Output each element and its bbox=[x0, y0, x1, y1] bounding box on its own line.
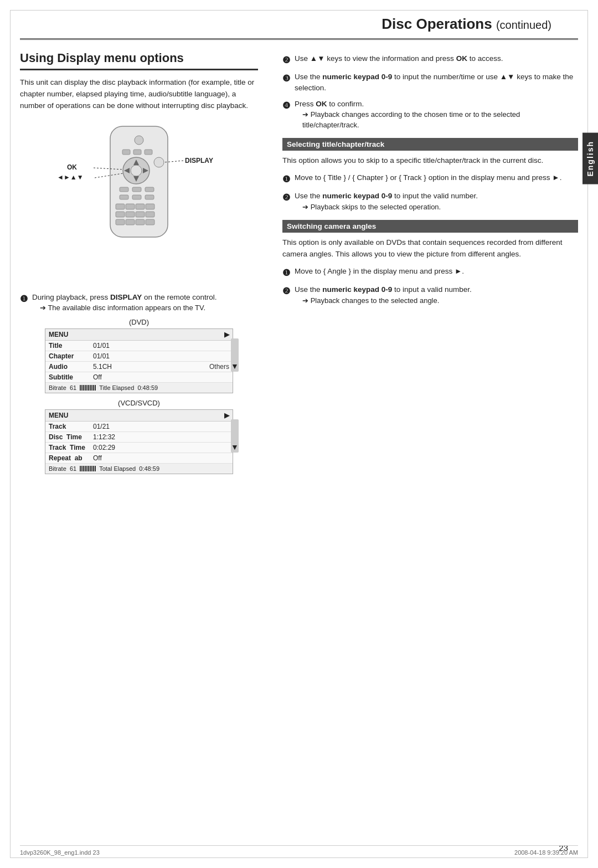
svg-point-7 bbox=[131, 165, 142, 176]
footer-left: 1dvp3260K_98_eng1.indd 23 bbox=[20, 849, 100, 856]
svg-rect-4 bbox=[145, 150, 152, 155]
dvd-bitrate-bar bbox=[80, 385, 96, 391]
dvd-row-subtitle: Subtitle Off bbox=[45, 372, 233, 383]
vcd-row-track-time: Track Time 0:02:29 bbox=[45, 443, 233, 453]
svg-rect-28 bbox=[136, 219, 145, 225]
dvd-menu-header-arrow: ▶ bbox=[224, 331, 229, 338]
svg-rect-13 bbox=[132, 187, 141, 192]
svg-rect-20 bbox=[136, 204, 145, 209]
dvd-menu-header: MENU ▶ bbox=[45, 329, 233, 341]
dvd-menu-box: MENU ▶ Title 01/01 Chapter 01/01 Audio 5… bbox=[45, 328, 233, 393]
svg-rect-16 bbox=[132, 195, 141, 199]
svg-rect-24 bbox=[136, 212, 145, 217]
svg-text:OK: OK bbox=[67, 163, 77, 171]
vcd-menu-header: MENU ▶ bbox=[45, 410, 233, 422]
svg-rect-3 bbox=[133, 150, 141, 155]
vcd-row-track: Track 01/21 bbox=[45, 422, 233, 432]
dvd-row-chapter: Chapter 01/01 bbox=[45, 351, 233, 362]
dvd-row-audio: Audio 5.1CH Others bbox=[45, 362, 233, 372]
svg-rect-15 bbox=[120, 195, 128, 199]
vcd-menu-box: MENU ▶ Track 01/21 Disc Time 1:12:32 Tra… bbox=[45, 409, 233, 474]
svg-rect-12 bbox=[120, 187, 128, 192]
svg-rect-14 bbox=[145, 187, 154, 192]
vcd-scroll-indicator[interactable]: ▼ bbox=[231, 419, 239, 453]
dvd-row-title: Title 01/01 bbox=[45, 341, 233, 351]
vcd-row-repeat: Repeat ab Off bbox=[45, 453, 233, 464]
vcd-bitrate-bar bbox=[80, 466, 96, 471]
svg-rect-17 bbox=[145, 195, 154, 199]
svg-rect-2 bbox=[122, 150, 130, 155]
dvd-scroll-indicator[interactable]: ▼ bbox=[231, 338, 239, 372]
page-footer: 1dvp3260K_98_eng1.indd 23 2008-04-18 9:3… bbox=[20, 845, 578, 856]
remote-svg: OK ◄►▲▼ DISPLAY bbox=[50, 121, 228, 283]
vcd-menu-footer: Bitrate 61 Total Elapsed 0:48:59 bbox=[45, 464, 233, 474]
svg-text:DISPLAY: DISPLAY bbox=[185, 157, 213, 165]
svg-rect-26 bbox=[116, 219, 125, 225]
svg-rect-18 bbox=[116, 204, 125, 209]
svg-rect-29 bbox=[146, 219, 154, 225]
vcd-menu-header-arrow: ▶ bbox=[224, 412, 229, 419]
svg-point-1 bbox=[135, 136, 143, 145]
svg-rect-25 bbox=[146, 212, 154, 217]
svg-rect-21 bbox=[146, 204, 154, 209]
remote-svg-graphic: OK ◄►▲▼ DISPLAY bbox=[50, 121, 228, 281]
svg-text:◄►▲▼: ◄►▲▼ bbox=[57, 173, 84, 181]
dvd-menu-header-label: MENU bbox=[49, 331, 68, 338]
svg-rect-22 bbox=[116, 212, 125, 217]
svg-rect-19 bbox=[126, 204, 135, 209]
english-tab: English bbox=[582, 133, 598, 184]
footer-right: 2008-04-18 9:39:20 AM bbox=[514, 849, 578, 856]
vcd-row-disc-time: Disc Time 1:12:32 bbox=[45, 432, 233, 443]
svg-rect-23 bbox=[126, 212, 135, 217]
dvd-menu-footer: Bitrate 61 Title Elapsed 0:48:59 bbox=[45, 383, 233, 393]
svg-point-5 bbox=[154, 157, 164, 167]
vcd-menu-header-label: MENU bbox=[49, 412, 68, 419]
svg-rect-27 bbox=[126, 219, 135, 225]
remote-illustration: OK ◄►▲▼ DISPLAY bbox=[20, 121, 258, 283]
